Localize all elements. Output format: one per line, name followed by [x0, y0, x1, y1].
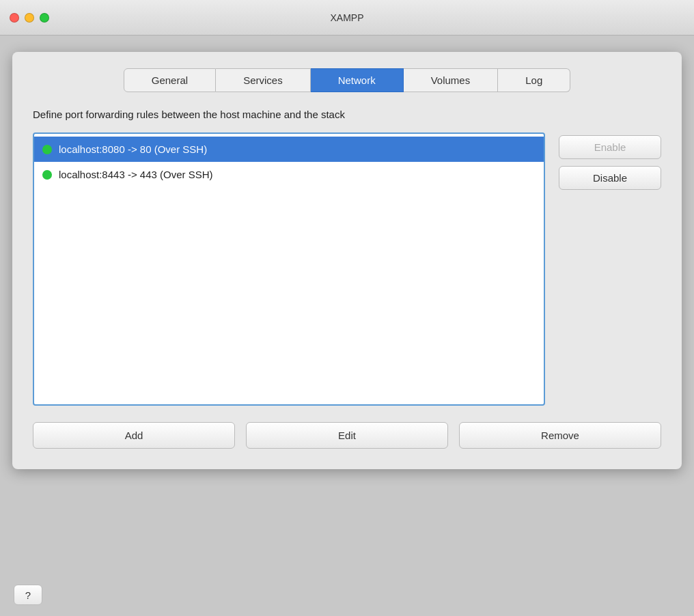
tab-volumes[interactable]: Volumes — [404, 68, 499, 92]
help-area: ? — [0, 574, 694, 616]
help-button[interactable]: ? — [14, 585, 42, 605]
port-rule-label: localhost:8443 -> 443 (Over SSH) — [59, 169, 213, 180]
action-buttons: Enable Disable — [559, 132, 661, 190]
tab-bar: General Services Network Volumes Log — [33, 68, 661, 92]
tab-general[interactable]: General — [124, 68, 216, 92]
port-rule-label: localhost:8080 -> 80 (Over SSH) — [59, 143, 207, 155]
disable-button[interactable]: Disable — [559, 166, 661, 190]
tab-log[interactable]: Log — [498, 68, 570, 92]
maximize-button[interactable] — [40, 13, 49, 23]
bottom-buttons: Add Edit Remove — [33, 422, 661, 449]
port-forwarding-list[interactable]: localhost:8080 -> 80 (Over SSH) localhos… — [33, 132, 545, 406]
enable-button[interactable]: Enable — [559, 135, 661, 159]
description-text: Define port forwarding rules between the… — [33, 109, 661, 120]
traffic-lights — [10, 13, 49, 23]
edit-button[interactable]: Edit — [246, 422, 448, 449]
close-button[interactable] — [10, 13, 19, 23]
tab-services[interactable]: Services — [216, 68, 311, 92]
window-title: XAMPP — [330, 12, 363, 23]
minimize-button[interactable] — [25, 13, 34, 23]
port-rule-item[interactable]: localhost:8443 -> 443 (Over SSH) — [34, 162, 544, 187]
content-area: localhost:8080 -> 80 (Over SSH) localhos… — [33, 132, 661, 406]
port-rule-item[interactable]: localhost:8080 -> 80 (Over SSH) — [34, 137, 544, 162]
status-dot — [42, 145, 52, 154]
tab-network[interactable]: Network — [311, 68, 404, 92]
main-window: General Services Network Volumes Log Def… — [12, 52, 682, 469]
status-dot — [42, 170, 52, 180]
add-button[interactable]: Add — [33, 422, 235, 449]
remove-button[interactable]: Remove — [459, 422, 661, 449]
titlebar: XAMPP — [0, 0, 694, 36]
